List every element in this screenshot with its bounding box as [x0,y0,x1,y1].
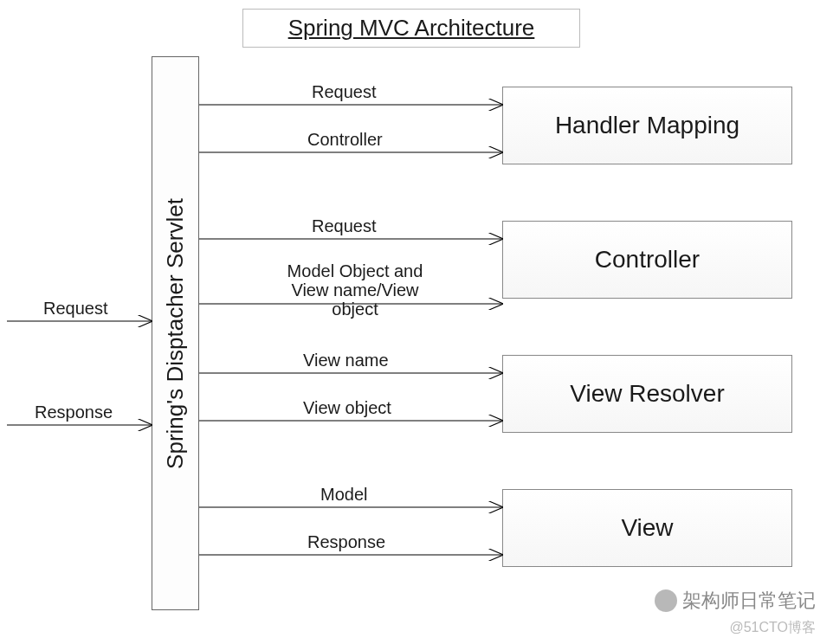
vr-viewname-arrow [199,372,502,374]
dispatcher-servlet-label: Spring's Disptacher Servlet [162,198,189,469]
diagram-title: Spring MVC Architecture [288,15,535,42]
wechat-icon [655,589,677,612]
hm-request-arrow [199,104,502,106]
vr-viewobject-arrow [199,420,502,422]
ctrl-request-label: Request [312,216,377,236]
view-label: View [621,514,673,542]
controller-box: Controller [502,221,792,299]
ctrl-return-label-line1: Model Object and [268,261,442,280]
handler-mapping-label: Handler Mapping [555,112,739,139]
ctrl-return-label-line2: View name/View object [268,280,442,319]
title-box: Spring MVC Architecture [242,9,580,48]
dispatcher-servlet-box: Spring's Disptacher Servlet [152,56,199,610]
view-model-label: Model [320,485,367,505]
view-model-arrow [199,506,502,508]
watermark-author-text: 架构师日常笔记 [682,588,816,614]
view-resolver-box: View Resolver [502,355,792,433]
watermark-author: 架构师日常笔记 [655,588,816,614]
vr-viewname-label: View name [303,351,389,370]
response-out-label: Response [35,402,113,422]
view-resolver-label: View Resolver [570,380,724,408]
view-response-label: Response [307,532,385,552]
ctrl-request-arrow [199,238,502,240]
hm-controller-label: Controller [307,130,383,150]
vr-viewobject-label: View object [303,398,391,418]
request-in-arrow [7,320,152,322]
view-box: View [502,489,792,567]
ctrl-return-label: Model Object and View name/View object [268,261,442,319]
view-response-arrow [199,554,502,556]
watermark-source: @51CTO博客 [729,619,816,637]
response-out-arrow [7,424,152,426]
hm-controller-arrow [199,151,502,153]
handler-mapping-box: Handler Mapping [502,87,792,164]
controller-label: Controller [595,246,700,274]
hm-request-label: Request [312,82,377,102]
request-in-label: Request [43,299,108,319]
